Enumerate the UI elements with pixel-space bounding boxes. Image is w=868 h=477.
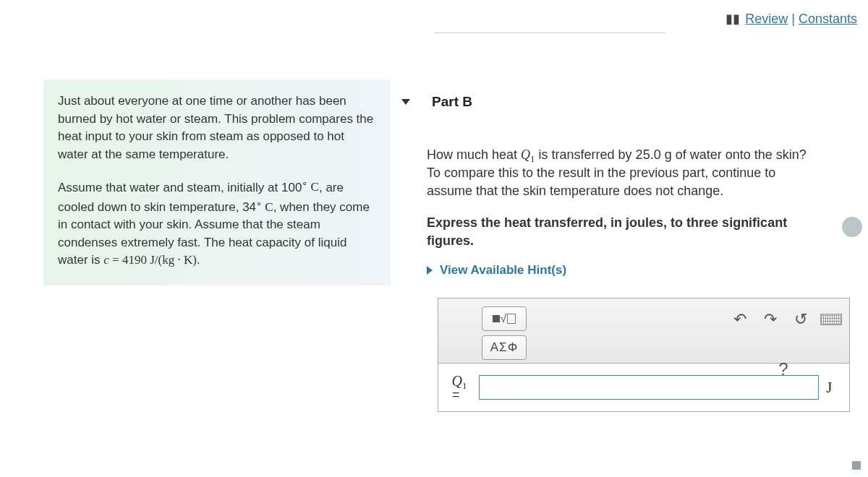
answer-instruction: Express the heat transferred, in joules,… [427, 214, 817, 250]
redo-button[interactable]: ↷ [760, 309, 781, 330]
keyboard-icon [820, 314, 842, 325]
review-link[interactable]: Review [745, 12, 788, 26]
greek-symbols-button[interactable]: ΑΣΦ [482, 335, 527, 360]
problem-paragraph-2: Assume that water and steam, initially a… [58, 177, 376, 270]
answer-unit: J [826, 378, 841, 397]
reset-icon: ↺ [794, 310, 807, 329]
progress-icon: ▮▮ [726, 12, 740, 26]
answer-input[interactable] [479, 375, 819, 400]
part-header[interactable]: Part B [401, 94, 868, 110]
keyboard-button[interactable] [820, 309, 842, 330]
problem-paragraph-1: Just about everyone at one time or anoth… [58, 93, 376, 164]
reset-button[interactable]: ↺ [790, 309, 812, 330]
chevron-down-icon [401, 99, 410, 105]
answer-variable: Q1 [447, 374, 472, 388]
view-hints-toggle[interactable]: View Available Hint(s) [427, 263, 868, 278]
placeholder-icon [507, 314, 516, 324]
problem-statement: Just about everyone at one time or anoth… [43, 80, 391, 285]
equation-toolbar: √ ΑΣΦ ↶ ↷ ↺ ? [438, 298, 849, 364]
divider [434, 33, 665, 33]
redo-icon: ↷ [764, 310, 777, 329]
box-icon [493, 315, 500, 322]
scroll-indicator-icon [842, 217, 862, 237]
resize-handle-icon[interactable] [852, 461, 861, 470]
answer-panel: √ ΑΣΦ ↶ ↷ ↺ ? [438, 298, 850, 412]
top-links: ▮▮ Review | Constants [409, 11, 868, 27]
templates-button[interactable]: √ [482, 306, 527, 331]
constants-link[interactable]: Constants [799, 12, 857, 26]
undo-icon: ↶ [733, 310, 746, 329]
hints-label: View Available Hint(s) [440, 263, 566, 278]
part-title: Part B [432, 94, 472, 110]
chevron-right-icon [427, 266, 433, 275]
undo-button[interactable]: ↶ [729, 309, 751, 330]
question-text: How much heat Q1 is transferred by 25.0 … [427, 146, 817, 201]
sqrt-icon: √ [501, 312, 507, 325]
